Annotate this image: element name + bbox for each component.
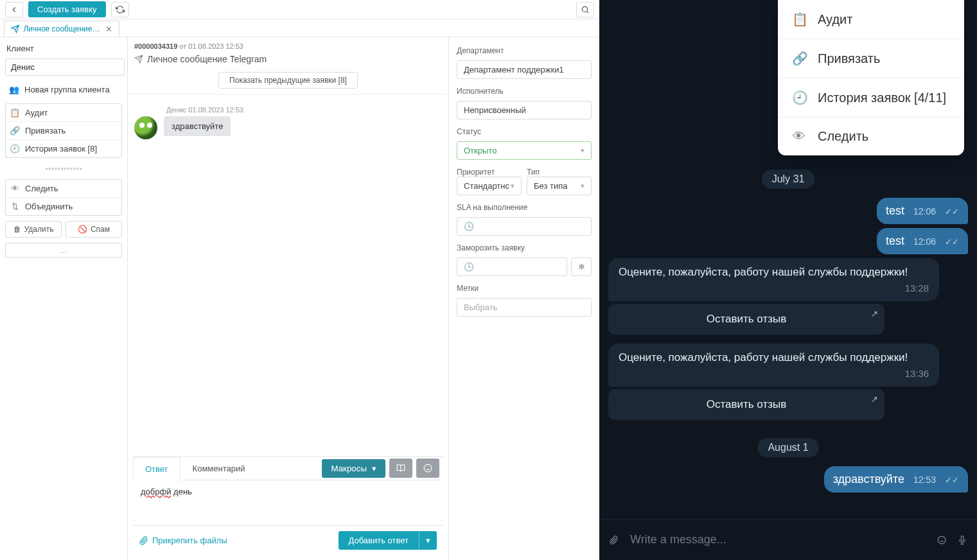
- back-button[interactable]: [5, 2, 23, 17]
- client-label: Клиент: [5, 42, 122, 53]
- department-select[interactable]: Департамент поддержки1: [457, 60, 592, 79]
- external-link-icon: ↗: [871, 309, 878, 319]
- sidebar-item-audit[interactable]: 📋 Аудит: [6, 104, 121, 122]
- show-previous-button[interactable]: Показать предыдущие заявки [8]: [218, 72, 358, 89]
- topbar: Создать заявку: [0, 0, 599, 19]
- paperclip-icon: [139, 536, 148, 545]
- department-value: Департамент поддержки1: [464, 65, 564, 74]
- telegram-icon: [11, 24, 19, 33]
- outgoing-message[interactable]: test 12:06 ✓✓: [877, 228, 968, 254]
- menu-item-link[interactable]: 🔗 Привязать: [778, 39, 964, 78]
- ticket-title: Личное сообщение Telegram: [147, 54, 267, 64]
- sidebar-item-watch[interactable]: 👁 Следить: [6, 180, 121, 198]
- date-separator: August 1: [757, 438, 818, 457]
- tab-label: Личное сообщение Т...: [23, 24, 101, 33]
- freeze-input[interactable]: 🕓: [457, 258, 567, 276]
- priority-select[interactable]: Стандартнс: [457, 177, 522, 195]
- incoming-message[interactable]: Оцените, пожалуйста, работу нашей службы…: [608, 344, 939, 387]
- ticket-date: от 01.08.2023 12:53: [179, 42, 243, 50]
- chevron-down-icon: [426, 536, 430, 545]
- eye-icon: 👁: [792, 129, 806, 144]
- compose-area: Ответ Комментарий Макросы добрфй д: [133, 456, 443, 555]
- sidebar-box-1: 📋 Аудит 🔗 Привязать 🕘 История заявок [8]: [5, 103, 122, 158]
- spam-label: Спам: [91, 225, 110, 234]
- submit-split-button: Добавить ответ: [339, 531, 437, 550]
- type-label: Тип: [527, 168, 592, 177]
- refresh-button[interactable]: [111, 2, 129, 17]
- sidebar: Клиент 👥 Новая группа клиента 📋 Аудит 🔗: [0, 37, 128, 560]
- client-input[interactable]: [5, 58, 125, 76]
- emoji-button[interactable]: [937, 532, 946, 548]
- search-button[interactable]: [576, 2, 594, 17]
- emoji-button[interactable]: [416, 459, 439, 478]
- tags-select[interactable]: Выбрать: [457, 298, 592, 317]
- sla-input[interactable]: 🕓: [457, 217, 592, 236]
- compose-tab-reply[interactable]: Ответ: [133, 457, 180, 480]
- menu-item-history[interactable]: 🕘 История заявок [4/11]: [778, 78, 964, 118]
- pagination-dots: ●●●●●●●●●●●●: [5, 163, 122, 174]
- submit-reply-button[interactable]: Добавить ответ: [339, 531, 419, 550]
- chevron-down-icon: [581, 146, 585, 155]
- button-label: Оставить отзыв: [707, 398, 787, 410]
- create-ticket-button[interactable]: Создать заявку: [28, 1, 106, 17]
- compose-tab-comment[interactable]: Комментарий: [180, 457, 258, 480]
- svg-point-3: [938, 536, 946, 544]
- outgoing-message[interactable]: test 12:06 ✓✓: [877, 198, 968, 224]
- outgoing-message[interactable]: здравствуйте 12:53 ✓✓: [824, 466, 968, 493]
- date-separator: July 31: [762, 170, 815, 189]
- ticket-id-row: #0000034319 от 01.08.2023 12:53: [134, 42, 442, 50]
- new-client-group[interactable]: 👥 Новая группа клиента: [5, 81, 122, 98]
- incoming-message[interactable]: Оцените, пожалуйста, работу нашей службы…: [608, 258, 939, 301]
- message-text: test: [886, 204, 904, 218]
- tab-ticket[interactable]: Личное сообщение Т... ✕: [4, 21, 119, 37]
- voice-button[interactable]: [958, 532, 967, 548]
- clipboard-icon: 📋: [10, 108, 20, 118]
- priority-value: Стандартнс: [464, 181, 509, 191]
- spam-button[interactable]: 🚫 Спам: [66, 221, 122, 238]
- smile-icon: [423, 464, 432, 473]
- freeze-button[interactable]: ❄: [571, 258, 592, 276]
- sidebar-item-link[interactable]: 🔗 Привязать: [6, 122, 121, 140]
- compose-tabs: Ответ Комментарий Макросы: [133, 457, 443, 480]
- new-group-label: Новая группа клиента: [24, 85, 110, 94]
- sidebar-item-merge[interactable]: ⇅ Объединить: [6, 198, 121, 215]
- tags-placeholder: Выбрать: [464, 302, 497, 312]
- more-button[interactable]: ...: [5, 243, 122, 258]
- compose-textarea[interactable]: добрфй день: [133, 480, 443, 525]
- delete-button[interactable]: 🗑 Удалить: [5, 221, 62, 238]
- svg-point-2: [424, 464, 432, 472]
- avatar: [134, 116, 157, 139]
- assignee-label: Исполнитель: [457, 87, 592, 96]
- sidebar-label: Следить: [25, 184, 58, 193]
- inline-button[interactable]: Оставить отзыв ↗: [608, 304, 885, 335]
- attach-files-link[interactable]: Прикрепить файлы: [139, 536, 227, 545]
- inline-button[interactable]: Оставить отзыв ↗: [608, 389, 885, 420]
- history-icon: 🕘: [10, 144, 20, 153]
- menu-label: Аудит: [818, 12, 852, 27]
- ticket-header: #0000034319 от 01.08.2023 12:53 Личное с…: [128, 37, 448, 94]
- book-icon: [396, 464, 405, 473]
- message-input[interactable]: [630, 533, 926, 547]
- menu-item-audit[interactable]: 📋 Аудит: [778, 0, 964, 39]
- submit-dropdown-button[interactable]: [419, 531, 437, 550]
- refresh-icon: [116, 5, 125, 14]
- knowledge-base-button[interactable]: [389, 459, 412, 478]
- menu-item-watch[interactable]: 👁 Следить: [778, 118, 964, 155]
- attach-button[interactable]: [610, 532, 619, 548]
- tab-close-button[interactable]: ✕: [105, 24, 112, 34]
- chevron-down-icon: [581, 182, 585, 190]
- assignee-value: Неприсвоенный: [464, 105, 526, 115]
- status-select[interactable]: Открыто: [457, 141, 592, 160]
- trash-icon: 🗑: [13, 225, 21, 234]
- clipboard-icon: 📋: [792, 12, 806, 27]
- spam-icon: 🚫: [78, 225, 87, 234]
- ticket-id: #0000034319: [134, 42, 177, 50]
- clock-icon: 🕓: [464, 222, 474, 231]
- assignee-select[interactable]: Неприсвоенный: [457, 101, 592, 119]
- eye-icon: 👁: [10, 184, 20, 193]
- macros-button[interactable]: Макросы: [322, 459, 385, 478]
- type-select[interactable]: Без типа: [527, 177, 592, 195]
- message-time: 12:06: [913, 236, 936, 247]
- sidebar-item-history[interactable]: 🕘 История заявок [8]: [6, 140, 121, 157]
- menu-label: Привязать: [818, 51, 880, 66]
